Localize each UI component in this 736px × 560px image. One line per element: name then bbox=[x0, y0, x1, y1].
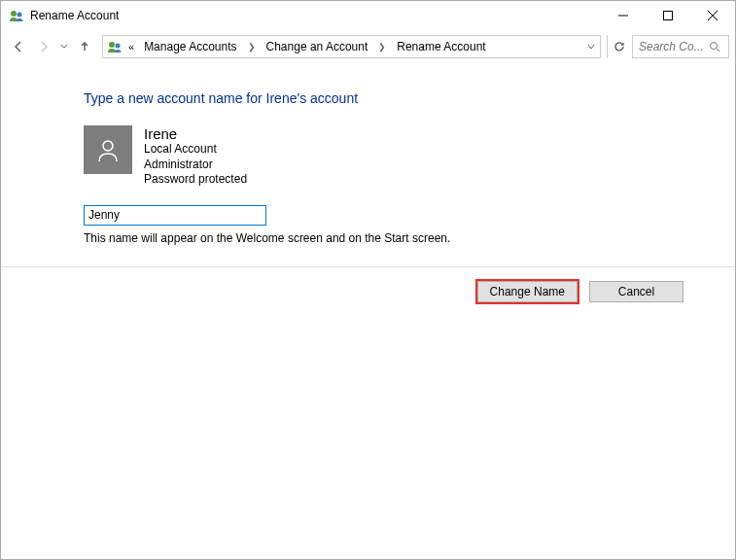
svg-line-9 bbox=[717, 49, 719, 52]
chevron-right-icon[interactable]: ❯ bbox=[375, 42, 389, 52]
button-row: Change Name Cancel bbox=[1, 267, 735, 302]
search-box[interactable] bbox=[632, 35, 729, 58]
svg-point-0 bbox=[11, 11, 17, 17]
refresh-button[interactable] bbox=[607, 35, 630, 58]
breadcrumb-change-account[interactable]: Change an Account bbox=[263, 38, 372, 55]
chevron-right-icon[interactable]: ❯ bbox=[245, 42, 259, 52]
avatar bbox=[84, 125, 132, 174]
breadcrumb-prefix: « bbox=[126, 41, 136, 52]
svg-point-6 bbox=[109, 42, 115, 48]
address-dropdown-button[interactable] bbox=[586, 42, 596, 52]
maximize-button[interactable] bbox=[646, 1, 690, 30]
recent-locations-button[interactable] bbox=[57, 43, 71, 51]
breadcrumb-rename-account[interactable]: Rename Account bbox=[393, 38, 489, 55]
navigation-bar: « Manage Accounts ❯ Change an Account ❯ … bbox=[1, 30, 735, 63]
user-accounts-icon bbox=[9, 8, 24, 23]
svg-point-1 bbox=[18, 13, 22, 18]
svg-point-7 bbox=[116, 44, 121, 49]
forward-button[interactable] bbox=[32, 35, 55, 58]
breadcrumb-manage-accounts[interactable]: Manage Accounts bbox=[140, 38, 240, 55]
page-heading: Type a new account name for Irene's acco… bbox=[84, 90, 735, 106]
back-button[interactable] bbox=[7, 35, 30, 58]
account-name: Irene bbox=[144, 125, 247, 142]
svg-point-8 bbox=[711, 43, 718, 50]
svg-point-10 bbox=[103, 141, 113, 151]
content-area: Type a new account name for Irene's acco… bbox=[1, 90, 735, 302]
account-info: Irene Local Account Administrator Passwo… bbox=[84, 125, 735, 188]
window-controls bbox=[601, 1, 735, 30]
close-button[interactable] bbox=[690, 1, 735, 30]
search-input[interactable] bbox=[639, 40, 709, 53]
account-role: Administrator bbox=[144, 158, 247, 173]
titlebar: Rename Account bbox=[1, 1, 735, 30]
account-password-status: Password protected bbox=[144, 172, 247, 188]
address-bar[interactable]: « Manage Accounts ❯ Change an Account ❯ … bbox=[102, 35, 601, 58]
window-title: Rename Account bbox=[30, 9, 601, 22]
svg-rect-3 bbox=[664, 12, 673, 20]
input-hint: This name will appear on the Welcome scr… bbox=[84, 231, 735, 245]
minimize-button[interactable] bbox=[601, 1, 646, 30]
search-icon[interactable] bbox=[709, 41, 720, 52]
account-details: Irene Local Account Administrator Passwo… bbox=[144, 125, 247, 188]
user-accounts-icon bbox=[107, 39, 123, 54]
new-name-input[interactable] bbox=[84, 205, 266, 226]
change-name-button[interactable]: Change Name bbox=[477, 281, 578, 302]
account-type: Local Account bbox=[144, 142, 247, 158]
cancel-button[interactable]: Cancel bbox=[589, 281, 683, 302]
up-button[interactable] bbox=[73, 35, 96, 58]
